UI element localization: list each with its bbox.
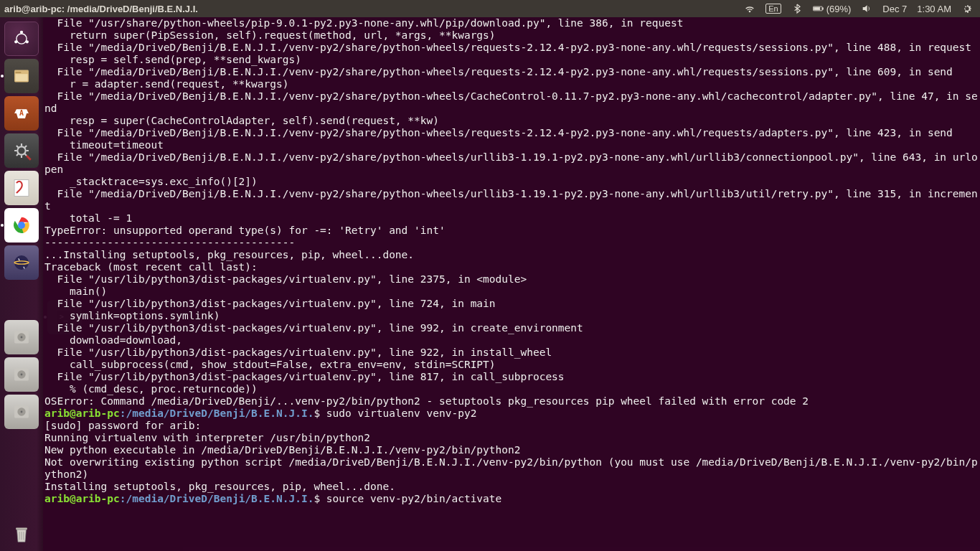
svg-rect-30	[16, 528, 27, 530]
terminal-output-line: OSError: Command /media/DriveD/Benji/...…	[44, 395, 979, 408]
prompt-command: source venv-py2/bin/activate	[326, 493, 501, 504]
terminal-output-line: [sudo] password for arib:	[44, 420, 979, 432]
document-reader-icon[interactable]	[4, 171, 39, 205]
language-indicator[interactable]: En	[765, 4, 781, 14]
eclipse-icon[interactable]	[4, 245, 39, 280]
terminal-output-line: Installing setuptools, pkg_resources, pi…	[44, 481, 979, 493]
prompt-command: sudo virtualenv venv-py2	[326, 408, 477, 419]
terminal-output-line: File "/usr/lib/python3/dist-packages/vir…	[44, 322, 979, 334]
battery-indicator[interactable]: (69%)	[813, 3, 852, 14]
terminal-output-line: ----------------------------------------	[44, 237, 979, 249]
files-icon[interactable]	[4, 59, 39, 93]
svg-rect-9	[16, 72, 22, 72]
terminal-output-line: _stacktrace=sys.exc_info()[2])	[44, 176, 979, 188]
terminal-prompt-line: arib@arib-pc:/media/DriveD/Benji/B.E.N.J…	[44, 493, 979, 505]
svg-point-29	[21, 411, 23, 413]
running-pip	[1, 75, 4, 77]
terminal-output-line: return super(PipSession, self).request(m…	[44, 29, 979, 42]
disk-icon-1[interactable]	[4, 320, 39, 354]
svg-point-17	[14, 255, 29, 270]
running-pip	[1, 224, 4, 227]
svg-rect-10	[16, 74, 28, 81]
top-menubar: arib@arib-pc: /media/DriveD/Benji/B.E.N.…	[0, 0, 980, 17]
terminal-output-line: resp = self.send(prep, **send_kwargs)	[44, 54, 979, 66]
chrome-icon[interactable]	[4, 208, 39, 242]
terminal-output-line: File "/usr/lib/python3/dist-packages/vir…	[44, 371, 979, 383]
prompt-separator: $	[314, 493, 326, 504]
window-title: arib@arib-pc: /media/DriveD/Benji/B.E.N.…	[0, 4, 744, 14]
prompt-user: arib@arib-pc	[44, 408, 120, 419]
terminal-output-line: File "/usr/lib/python3/dist-packages/vir…	[44, 298, 979, 310]
dash-icon[interactable]	[4, 22, 39, 56]
svg-point-0	[750, 11, 750, 11]
prompt-path: :/media/DriveD/Benji/B.E.N.J.I.	[120, 408, 314, 419]
gear-icon[interactable]	[961, 3, 973, 14]
svg-point-12	[17, 146, 25, 154]
terminal-output-line: File "/usr/lib/python3/dist-packages/vir…	[44, 347, 979, 359]
terminal-output-line: Traceback (most recent call last):	[44, 261, 979, 273]
settings-icon[interactable]	[4, 133, 39, 168]
terminal-output-line: resp = super(CacheControlAdapter, self).…	[44, 115, 979, 127]
terminal-output-line: Not overwriting existing python script /…	[44, 456, 979, 481]
terminal-window[interactable]: File "/usr/share/python-wheels/pip-9.0.1…	[43, 17, 980, 551]
svg-point-7	[26, 40, 29, 43]
volume-icon[interactable]	[861, 3, 872, 14]
disk-icon-2[interactable]	[4, 357, 39, 392]
terminal-output-line: TypeError: unsupported operand type(s) f…	[44, 225, 979, 237]
terminal-output-line: File "/media/DriveD/Benji/B.E.N.J.I./ven…	[44, 42, 979, 54]
terminal-output-line: File "/usr/lib/python3/dist-packages/vir…	[44, 273, 979, 286]
prompt-path: :/media/DriveD/Benji/B.E.N.J.I.	[120, 493, 314, 504]
terminal-output-line: File "/media/DriveD/Benji/B.E.N.J.I./ven…	[44, 66, 979, 78]
svg-point-26	[21, 374, 23, 376]
svg-point-23	[21, 336, 23, 339]
prompt-separator: $	[314, 408, 326, 419]
svg-point-4	[17, 34, 27, 44]
terminal-output-line: File "/usr/share/python-wheels/pip-9.0.1…	[44, 17, 979, 29]
terminal-output-line: New python executable in /media/DriveD/B…	[44, 444, 979, 456]
terminal-output-line: download=download,	[44, 334, 979, 347]
svg-point-6	[14, 40, 17, 43]
terminal-output-line: timeout=timeout	[44, 139, 979, 151]
svg-rect-3	[814, 7, 819, 9]
system-indicators: En (69%) Dec 7 1:30 AM	[744, 3, 980, 14]
terminal-output-line: % (cmd_desc, proc.returncode))	[44, 383, 979, 395]
wifi-icon[interactable]	[744, 3, 755, 14]
date-indicator[interactable]: Dec 7	[882, 4, 907, 14]
prompt-user: arib@arib-pc	[44, 493, 120, 504]
terminal-output-line: File "/media/DriveD/Benji/B.E.N.J.I./ven…	[44, 90, 979, 115]
terminal-output-line: File "/media/DriveD/Benji/B.E.N.J.I./ven…	[44, 151, 979, 176]
terminal-output-line: File "/media/DriveD/Benji/B.E.N.J.I./ven…	[44, 188, 979, 212]
terminal-output-line: Running virtualenv with interpreter /usr…	[44, 432, 979, 444]
terminal-output-line: ...Installing setuptools, pkg_resources,…	[44, 249, 979, 261]
terminal-output-line: main()	[44, 286, 979, 298]
bluetooth-icon[interactable]	[791, 3, 803, 14]
time-indicator[interactable]: 1:30 AM	[917, 4, 951, 14]
terminal-output-line: File "/media/DriveD/Benji/B.E.N.J.I./ven…	[44, 127, 979, 139]
trash-icon[interactable]	[4, 517, 39, 551]
disk-icon-3[interactable]	[4, 395, 39, 429]
svg-point-5	[20, 31, 23, 34]
terminal-output-line: r = adapter.send(request, **kwargs)	[44, 78, 979, 90]
terminal-output-line: total -= 1	[44, 212, 979, 225]
terminal-prompt-line: arib@arib-pc:/media/DriveD/Benji/B.E.N.J…	[44, 408, 979, 420]
svg-rect-2	[822, 8, 823, 9]
terminal-output-line: call_subprocess(cmd, show_stdout=False, …	[44, 359, 979, 371]
software-center-icon[interactable]: A	[4, 96, 39, 131]
unity-launcher: A >_	[0, 17, 43, 551]
svg-text:A: A	[19, 109, 24, 117]
terminal-output-line: symlink=options.symlink)	[44, 310, 979, 322]
